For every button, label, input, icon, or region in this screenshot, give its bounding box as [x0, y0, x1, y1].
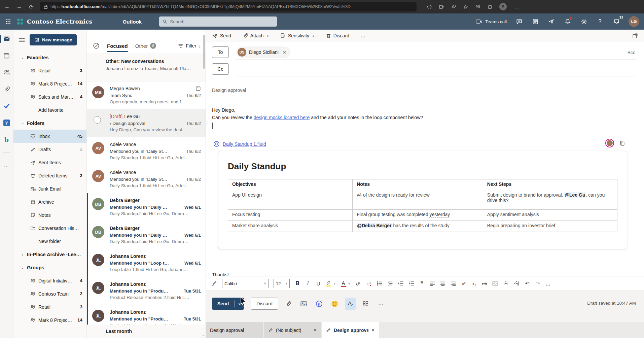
italic-button[interactable]: I	[305, 280, 311, 286]
loop-table-cell[interactable]: App UI design	[228, 190, 353, 210]
font-family-select[interactable]: Calibri∨	[222, 279, 269, 288]
list-scrollbar[interactable]: ⌃ ⌄	[202, 30, 205, 338]
right-to-left-icon[interactable]	[514, 281, 520, 286]
compose-tab-2[interactable]: Design approval✕	[322, 322, 379, 338]
rail-yammer-icon[interactable]: Y	[0, 119, 13, 127]
apps-icon[interactable]	[360, 298, 371, 310]
collapse-pane-icon[interactable]	[19, 38, 25, 42]
folder-item-digital-initiativ[interactable]: Digital Initiativ…4	[13, 274, 86, 287]
loop-table-cell[interactable]: Begin preparing an investor brief	[483, 221, 617, 232]
send-feedback-icon[interactable]	[548, 18, 555, 25]
rail-people-icon[interactable]	[0, 68, 13, 77]
subscript-button[interactable]: x₂	[471, 281, 477, 286]
chevron-down-icon[interactable]: ⌄	[18, 265, 27, 270]
recipient-pill[interactable]: DS Diego Siciliani ✕	[236, 46, 290, 58]
loop-table-cell[interactable]: Market share analysis	[228, 221, 353, 232]
insert-link-icon[interactable]	[355, 281, 361, 286]
loop-file-link[interactable]: Daily Standup 1.fluid	[223, 141, 266, 147]
chevron-down-icon[interactable]: ∨	[348, 282, 351, 285]
folder-section-in-place-archive-lee[interactable]: ›In-Place Archive -Lee…	[13, 248, 86, 261]
search-box[interactable]	[159, 16, 277, 27]
browser-profile-avatar[interactable]	[499, 3, 507, 10]
message-row[interactable]: AVAdele VanceMentioned you in "Daily St……	[87, 137, 206, 165]
send-options-chevron[interactable]: ∨	[235, 298, 244, 310]
collaborator-avatar[interactable]	[605, 139, 614, 147]
superscript-button[interactable]: x²	[461, 281, 466, 286]
expand-conversation-icon[interactable]: ›	[110, 121, 112, 126]
immersive-reader-icon[interactable]	[532, 18, 539, 25]
browser-back-icon[interactable]: ←	[3, 4, 11, 10]
chat-icon[interactable]	[515, 18, 523, 25]
send-button[interactable]: Send	[212, 298, 234, 310]
account-avatar[interactable]: LG	[629, 16, 639, 27]
folder-item-junk-email[interactable]: Junk Email	[13, 182, 86, 195]
folder-item-inbox[interactable]: Inbox45	[13, 130, 86, 143]
align-left-icon[interactable]	[430, 281, 435, 286]
folder-action-new-folder[interactable]: New folder	[13, 235, 86, 248]
loop-component-card[interactable]: Daily Standup Objectives Notes Next Step…	[218, 151, 627, 249]
org-logo[interactable]: Contoso Electronics	[16, 18, 93, 26]
undo-icon[interactable]: ↶	[525, 280, 530, 287]
last-month-header[interactable]: Last month	[87, 325, 206, 338]
design-mocks-link[interactable]: design mocks located here	[254, 115, 310, 120]
footer-more-icon[interactable]: …	[376, 298, 387, 310]
rail-calendar-icon[interactable]	[0, 51, 13, 60]
insert-loop-icon[interactable]: ρ	[314, 298, 325, 310]
folder-action-add-favorite[interactable]: Add favorite	[13, 103, 86, 116]
folder-item-contoso-team[interactable]: Contoso Team2	[13, 287, 86, 300]
align-right-icon[interactable]	[451, 281, 456, 286]
notifications-bell-icon[interactable]	[564, 18, 571, 25]
open-in-new-window-icon[interactable]	[632, 33, 638, 39]
message-row[interactable]: JLJohanna LorenzMentioned you in "Produ……	[87, 277, 206, 305]
attach-file-icon[interactable]	[283, 298, 294, 310]
folder-item-notes[interactable]: Notes	[13, 208, 86, 222]
font-size-select[interactable]: 12∨	[274, 279, 290, 288]
app-launcher-icon[interactable]	[0, 13, 16, 30]
loop-table-cell[interactable]: Focus testing	[228, 210, 353, 221]
compose-tab-0[interactable]: Design approval	[206, 322, 263, 338]
folder-section-groups[interactable]: ⌄Groups	[13, 261, 86, 274]
close-tab-icon[interactable]: ✕	[371, 328, 375, 333]
increase-indent-icon[interactable]	[408, 281, 414, 286]
remove-recipient-icon[interactable]: ✕	[283, 50, 286, 55]
numbered-list-icon[interactable]	[387, 281, 393, 286]
teams-call-button[interactable]: Teams call	[476, 19, 507, 24]
scroll-up-icon[interactable]: ⌃	[202, 30, 205, 34]
extensions-icon[interactable]	[439, 4, 444, 9]
chevron-right-icon[interactable]: ›	[18, 252, 27, 257]
browser-forward-icon[interactable]: →	[15, 4, 23, 10]
insert-emoji-icon[interactable]	[329, 298, 340, 310]
cc-button[interactable]: Cc	[212, 63, 229, 75]
strikethrough-button[interactable]: ab	[482, 281, 487, 286]
redo-icon[interactable]: ↷	[535, 280, 540, 287]
underline-button[interactable]: U	[316, 281, 321, 286]
new-message-button[interactable]: New message	[30, 34, 77, 45]
settings-gear-icon[interactable]	[580, 18, 587, 25]
format-painter-icon[interactable]	[211, 281, 217, 286]
message-body[interactable]: Hey Diego, Can you review the design moc…	[212, 106, 423, 121]
message-row[interactable]: DBDebra BergerMentioned you in "Daily …W…	[87, 193, 206, 221]
left-to-right-icon[interactable]	[503, 281, 509, 286]
formatting-more-icon[interactable]: …	[545, 281, 551, 286]
chevron-down-icon[interactable]: ∨	[333, 282, 336, 285]
loop-table-cell[interactable]: Apply sentiment analysis	[483, 210, 617, 221]
folder-section-favorites[interactable]: ⌄Favorites	[13, 51, 86, 64]
loop-title[interactable]: Daily Standup	[228, 161, 617, 172]
folder-item-archive[interactable]: Archive	[13, 195, 86, 208]
toolbar-more-icon[interactable]: …	[361, 33, 366, 38]
send-toolbar-button[interactable]: Send	[212, 33, 231, 39]
subject-input[interactable]: Design approval	[212, 88, 246, 93]
font-color-button[interactable]: A	[341, 280, 346, 287]
message-row[interactable]: JLJohanna LorenzMentioned you in "Produ……	[87, 305, 206, 325]
folder-item-retail[interactable]: Retail3	[13, 64, 86, 77]
decrease-indent-icon[interactable]	[398, 281, 403, 286]
discard-button[interactable]: Discard	[251, 298, 278, 310]
select-message-radio[interactable]	[94, 116, 101, 124]
compose-tab-1[interactable]: (No subject)✕	[264, 322, 321, 338]
folder-item-mark-8-projec[interactable]: Mark 8 Projec…14	[13, 77, 86, 90]
bcc-toggle[interactable]: Bcc	[628, 50, 635, 55]
rail-attachments-icon[interactable]	[0, 85, 13, 94]
editor-assistance-icon[interactable]	[345, 298, 356, 310]
browser-reload-icon[interactable]: ⟳	[28, 4, 35, 10]
search-input[interactable]	[170, 19, 264, 24]
